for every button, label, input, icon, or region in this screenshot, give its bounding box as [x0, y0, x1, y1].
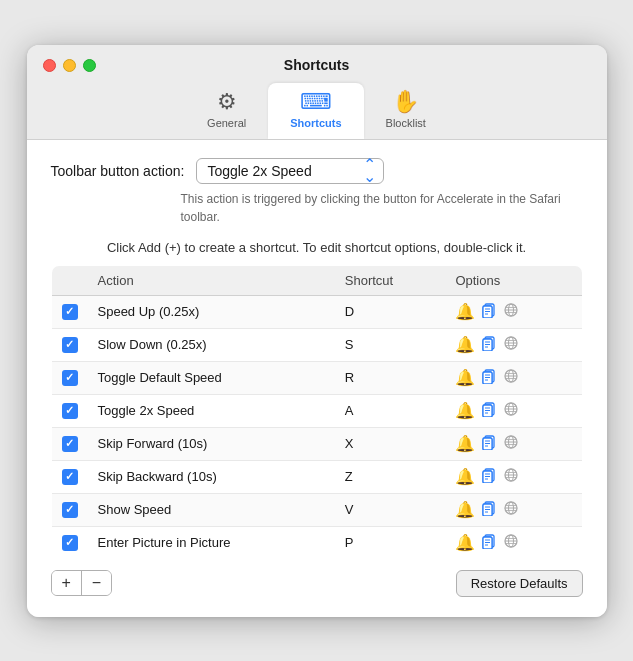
clipboard-icon[interactable]	[481, 335, 497, 354]
table-header-row: Action Shortcut Options	[51, 265, 582, 295]
row-shortcut: X	[335, 427, 446, 460]
row-checkbox-cell	[51, 295, 88, 328]
row-checkbox[interactable]	[62, 436, 78, 452]
clipboard-icon[interactable]	[481, 467, 497, 486]
row-options: 🔔	[445, 295, 582, 328]
select-wrapper: Toggle 2x Speed Speed Up (0.25x) Slow Do…	[196, 158, 384, 184]
row-shortcut: A	[335, 394, 446, 427]
row-shortcut: S	[335, 328, 446, 361]
globe-icon[interactable]	[503, 302, 519, 322]
row-action: Toggle 2x Speed	[88, 394, 335, 427]
table-row: Toggle 2x SpeedA🔔	[51, 394, 582, 427]
row-checkbox[interactable]	[62, 304, 78, 320]
globe-icon[interactable]	[503, 533, 519, 553]
tab-blocklist[interactable]: ✋ Blocklist	[364, 83, 448, 139]
notification-icon[interactable]: 🔔	[455, 500, 475, 519]
col-header-shortcut: Shortcut	[335, 265, 446, 295]
row-action: Enter Picture in Picture	[88, 526, 335, 559]
row-action: Show Speed	[88, 493, 335, 526]
main-content: Toolbar button action: Toggle 2x Speed S…	[27, 140, 607, 617]
row-options: 🔔	[445, 328, 582, 361]
clipboard-icon[interactable]	[481, 434, 497, 453]
clipboard-icon[interactable]	[481, 302, 497, 321]
table-row: Enter Picture in PictureP🔔	[51, 526, 582, 559]
row-options: 🔔	[445, 394, 582, 427]
row-checkbox[interactable]	[62, 535, 78, 551]
remove-shortcut-button[interactable]: −	[82, 571, 111, 595]
table-row: Toggle Default SpeedR🔔	[51, 361, 582, 394]
row-checkbox[interactable]	[62, 403, 78, 419]
col-header-options: Options	[445, 265, 582, 295]
shortcuts-icon: ⌨	[300, 91, 332, 113]
col-header-action: Action	[88, 265, 335, 295]
row-checkbox-cell	[51, 394, 88, 427]
notification-icon[interactable]: 🔔	[455, 467, 475, 486]
table-row: Speed Up (0.25x)D🔔	[51, 295, 582, 328]
row-checkbox[interactable]	[62, 502, 78, 518]
globe-icon[interactable]	[503, 434, 519, 454]
close-button[interactable]	[43, 59, 56, 72]
row-checkbox-cell	[51, 328, 88, 361]
globe-icon[interactable]	[503, 368, 519, 388]
row-shortcut: V	[335, 493, 446, 526]
tab-shortcuts-label: Shortcuts	[290, 117, 341, 129]
instruction-text: Click Add (+) to create a shortcut. To e…	[51, 240, 583, 255]
row-checkbox-cell	[51, 427, 88, 460]
notification-icon[interactable]: 🔔	[455, 434, 475, 453]
row-action: Skip Forward (10s)	[88, 427, 335, 460]
row-shortcut: P	[335, 526, 446, 559]
clipboard-icon[interactable]	[481, 401, 497, 420]
table-row: Skip Backward (10s)Z🔔	[51, 460, 582, 493]
row-shortcut: R	[335, 361, 446, 394]
helper-text: This action is triggered by clicking the…	[181, 190, 583, 226]
tab-general[interactable]: ⚙ General	[185, 83, 268, 139]
globe-icon[interactable]	[503, 467, 519, 487]
clipboard-icon[interactable]	[481, 368, 497, 387]
notification-icon[interactable]: 🔔	[455, 533, 475, 552]
titlebar: Shortcuts ⚙ General ⌨ Shortcuts ✋ Blockl…	[27, 45, 607, 140]
row-checkbox-cell	[51, 361, 88, 394]
maximize-button[interactable]	[83, 59, 96, 72]
restore-defaults-button[interactable]: Restore Defaults	[456, 570, 583, 597]
add-remove-group: + −	[51, 570, 113, 596]
row-options: 🔔	[445, 526, 582, 559]
notification-icon[interactable]: 🔔	[455, 302, 475, 321]
minimize-button[interactable]	[63, 59, 76, 72]
row-checkbox[interactable]	[62, 370, 78, 386]
table-row: Show SpeedV🔔	[51, 493, 582, 526]
bottom-bar: + − Restore Defaults	[51, 560, 583, 601]
tab-blocklist-label: Blocklist	[386, 117, 426, 129]
row-checkbox[interactable]	[62, 337, 78, 353]
add-shortcut-button[interactable]: +	[52, 571, 82, 595]
globe-icon[interactable]	[503, 500, 519, 520]
tab-shortcuts[interactable]: ⌨ Shortcuts	[268, 83, 363, 139]
globe-icon[interactable]	[503, 401, 519, 421]
window-title: Shortcuts	[284, 57, 349, 73]
notification-icon[interactable]: 🔔	[455, 401, 475, 420]
toolbar-action-select[interactable]: Toggle 2x Speed Speed Up (0.25x) Slow Do…	[196, 158, 384, 184]
table-row: Slow Down (0.25x)S🔔	[51, 328, 582, 361]
row-options: 🔔	[445, 427, 582, 460]
general-icon: ⚙	[217, 91, 237, 113]
row-checkbox[interactable]	[62, 469, 78, 485]
globe-icon[interactable]	[503, 335, 519, 355]
row-options: 🔔	[445, 361, 582, 394]
row-checkbox-cell	[51, 526, 88, 559]
row-checkbox-cell	[51, 493, 88, 526]
clipboard-icon[interactable]	[481, 533, 497, 552]
row-shortcut: Z	[335, 460, 446, 493]
toolbar-label: Toolbar button action:	[51, 163, 185, 179]
col-header-check	[51, 265, 88, 295]
tab-general-label: General	[207, 117, 246, 129]
table-row: Skip Forward (10s)X🔔	[51, 427, 582, 460]
row-shortcut: D	[335, 295, 446, 328]
main-window: Shortcuts ⚙ General ⌨ Shortcuts ✋ Blockl…	[27, 45, 607, 617]
notification-icon[interactable]: 🔔	[455, 335, 475, 354]
row-action: Skip Backward (10s)	[88, 460, 335, 493]
tab-bar: ⚙ General ⌨ Shortcuts ✋ Blocklist	[185, 83, 448, 139]
row-action: Speed Up (0.25x)	[88, 295, 335, 328]
clipboard-icon[interactable]	[481, 500, 497, 519]
notification-icon[interactable]: 🔔	[455, 368, 475, 387]
toolbar-row: Toolbar button action: Toggle 2x Speed S…	[51, 158, 583, 184]
blocklist-icon: ✋	[392, 91, 419, 113]
